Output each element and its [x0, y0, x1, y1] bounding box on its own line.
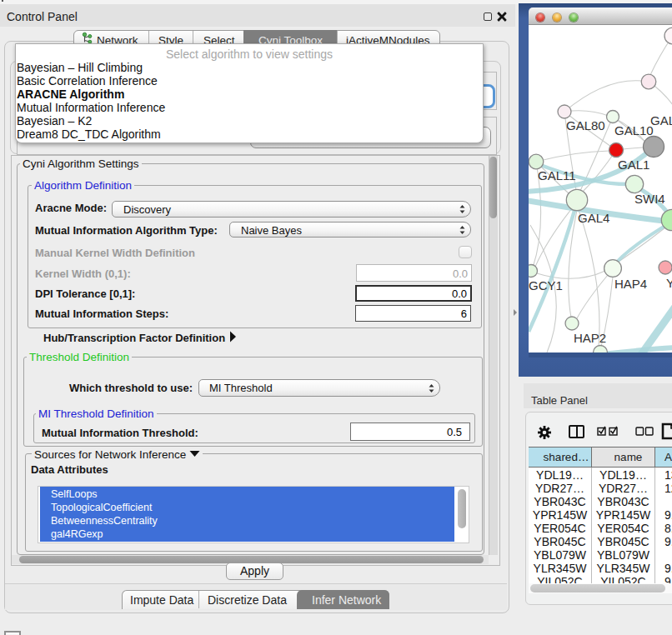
- svg-text:HAP4: HAP4: [614, 277, 647, 291]
- svg-text:GAL: GAL: [650, 113, 672, 128]
- svg-text:GAL80: GAL80: [566, 118, 605, 132]
- svg-text:GAL1: GAL1: [618, 158, 649, 172]
- svg-text:SWI4: SWI4: [634, 192, 665, 206]
- svg-text:GCY1: GCY1: [529, 278, 563, 292]
- svg-text:Y: Y: [666, 276, 672, 290]
- svg-text:GAL11: GAL11: [538, 168, 576, 182]
- svg-text:HAP2: HAP2: [574, 331, 606, 345]
- svg-text:GAL4: GAL4: [578, 211, 609, 225]
- svg-text:GAL10: GAL10: [614, 123, 654, 138]
